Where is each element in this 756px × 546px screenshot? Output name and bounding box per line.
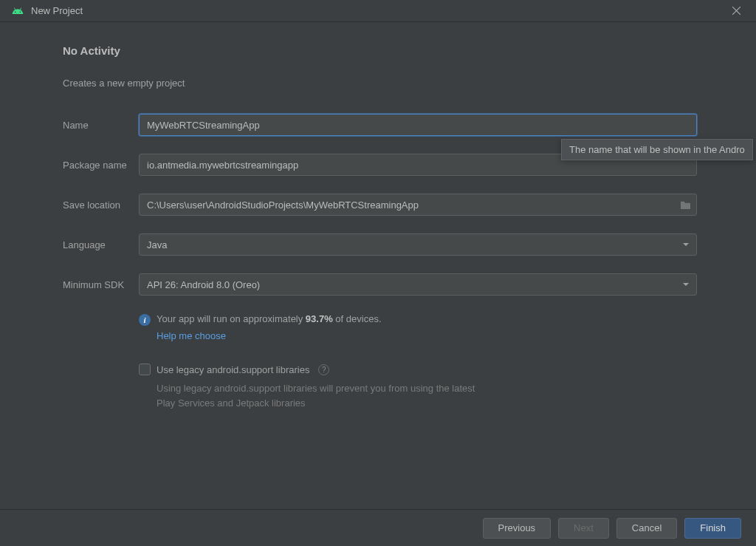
- minsdk-value: API 26: Android 8.0 (Oreo): [147, 279, 260, 290]
- package-label: Package name: [63, 160, 139, 171]
- device-coverage-text: Your app will run on approximately 93.7%…: [157, 313, 382, 324]
- minsdk-label: Minimum SDK: [63, 279, 139, 290]
- close-icon: [732, 6, 741, 16]
- legacy-libraries-label: Use legacy android.support libraries: [157, 364, 309, 375]
- chevron-down-icon: [683, 283, 689, 287]
- info-icon: i: [139, 314, 151, 326]
- android-icon: [12, 5, 24, 17]
- language-label: Language: [63, 239, 139, 250]
- location-row: Save location: [63, 194, 697, 216]
- language-row: Language Java: [63, 233, 697, 256]
- titlebar: New Project: [0, 0, 756, 22]
- cancel-button[interactable]: Cancel: [616, 518, 677, 539]
- window-title: New Project: [31, 5, 722, 16]
- content-area: No Activity Creates a new empty project …: [0, 22, 756, 425]
- legacy-libraries-row: Use legacy android.support libraries ?: [139, 364, 697, 375]
- location-label: Save location: [63, 199, 139, 211]
- name-tooltip: The name that will be shown in the Andro: [561, 139, 753, 160]
- legacy-libraries-hint: Using legacy android.support libraries w…: [157, 381, 496, 410]
- device-coverage-info: i Your app will run on approximately 93.…: [139, 313, 697, 341]
- name-row: Name: [63, 114, 697, 136]
- folder-icon: [680, 200, 691, 210]
- previous-button[interactable]: Previous: [483, 518, 551, 539]
- help-me-choose-link[interactable]: Help me choose: [157, 330, 226, 341]
- chevron-down-icon: [683, 243, 689, 247]
- location-input[interactable]: [139, 194, 697, 216]
- dialog-footer: Previous Next Cancel Finish: [0, 509, 756, 546]
- help-icon[interactable]: ?: [318, 364, 329, 375]
- minsdk-select[interactable]: API 26: Android 8.0 (Oreo): [139, 273, 697, 296]
- name-label: Name: [63, 120, 139, 131]
- page-title: No Activity: [63, 44, 697, 57]
- minsdk-row: Minimum SDK API 26: Android 8.0 (Oreo): [63, 273, 697, 296]
- close-button[interactable]: [722, 1, 750, 21]
- page-subtitle: Creates a new empty project: [63, 78, 697, 89]
- next-button: Next: [558, 518, 609, 539]
- language-select[interactable]: Java: [139, 233, 697, 256]
- finish-button[interactable]: Finish: [684, 518, 741, 539]
- name-input[interactable]: [139, 114, 697, 136]
- browse-button[interactable]: [680, 200, 691, 210]
- legacy-libraries-checkbox[interactable]: [139, 364, 151, 375]
- language-value: Java: [147, 239, 167, 250]
